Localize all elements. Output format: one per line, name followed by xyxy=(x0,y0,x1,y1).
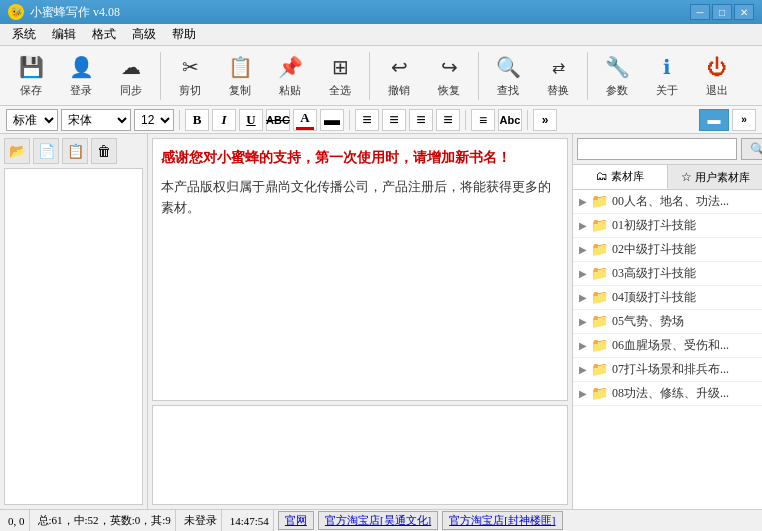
tree-label-1: 01初级打斗技能 xyxy=(612,217,696,234)
about-button[interactable]: ℹ 关于 xyxy=(644,50,690,102)
find-button[interactable]: 🔍 查找 xyxy=(485,50,531,102)
login-button[interactable]: 👤 登录 xyxy=(58,50,104,102)
search-input[interactable] xyxy=(577,138,737,160)
format-separator-4 xyxy=(527,110,528,130)
more-format-button[interactable]: » xyxy=(533,109,557,131)
save-label: 保存 xyxy=(20,83,42,98)
tab-user-label: 用户素材库 xyxy=(695,170,750,185)
cut-label: 剪切 xyxy=(179,83,201,98)
tree-item-4[interactable]: ▶ 📁 04顶级打斗技能 xyxy=(573,286,762,310)
exit-icon: ⏻ xyxy=(703,53,731,81)
format-separator-3 xyxy=(465,110,466,130)
list-button[interactable]: ≡ xyxy=(471,109,495,131)
font-select[interactable]: 宋体 xyxy=(61,109,131,131)
menu-system[interactable]: 系统 xyxy=(4,24,44,46)
underline-button[interactable]: U xyxy=(239,109,263,131)
tree-item-7[interactable]: ▶ 📁 07打斗场景和排兵布... xyxy=(573,358,762,382)
menu-edit[interactable]: 编辑 xyxy=(44,24,84,46)
find-label: 查找 xyxy=(497,83,519,98)
open-folder-button[interactable]: 📂 xyxy=(4,138,30,164)
italic-button[interactable]: I xyxy=(212,109,236,131)
paste-file-button[interactable]: 📋 xyxy=(62,138,88,164)
copy-icon: 📋 xyxy=(226,53,254,81)
taobao-link-2[interactable]: 官方淘宝店[封神楼匪] xyxy=(442,511,562,530)
select-all-icon: ⊞ xyxy=(326,53,354,81)
new-file-button[interactable]: 📄 xyxy=(33,138,59,164)
close-button[interactable]: ✕ xyxy=(734,4,754,20)
minimize-button[interactable]: ─ xyxy=(690,4,710,20)
folder-icon-0: 📁 xyxy=(591,193,608,210)
replace-icon: ⇄ xyxy=(544,53,572,81)
menu-help[interactable]: 帮助 xyxy=(164,24,204,46)
params-label: 参数 xyxy=(606,83,628,98)
login-label: 登录 xyxy=(70,83,92,98)
title-bar-left: 🐝 小蜜蜂写作 v4.08 xyxy=(8,4,120,21)
delete-file-button[interactable]: 🗑 xyxy=(91,138,117,164)
paste-button[interactable]: 📌 粘贴 xyxy=(267,50,313,102)
strikethrough-button[interactable]: ABC xyxy=(266,109,290,131)
toolbar: 💾 保存 👤 登录 ☁ 同步 ✂ 剪切 📋 复制 📌 粘贴 ⊞ 全选 ↩ 撤销 … xyxy=(0,46,762,106)
redo-button[interactable]: ↪ 恢复 xyxy=(426,50,472,102)
left-panel-toolbar: 📂 📄 📋 🗑 xyxy=(4,138,143,164)
official-website-link[interactable]: 官网 xyxy=(278,511,314,530)
tree-item-5[interactable]: ▶ 📁 05气势、势场 xyxy=(573,310,762,334)
total-label: 总:61 xyxy=(38,513,63,528)
tree-item-6[interactable]: ▶ 📁 06血腥场景、受伤和... xyxy=(573,334,762,358)
select-all-button[interactable]: ⊞ 全选 xyxy=(317,50,363,102)
tree-item-3[interactable]: ▶ 📁 03高级打斗技能 xyxy=(573,262,762,286)
copy-button[interactable]: 📋 复制 xyxy=(217,50,263,102)
star-icon: ☆ xyxy=(681,170,692,185)
save-button[interactable]: 💾 保存 xyxy=(8,50,54,102)
undo-icon: ↩ xyxy=(385,53,413,81)
lower-editor[interactable] xyxy=(152,405,568,505)
taobao-link-1[interactable]: 官方淘宝店[昊通文化] xyxy=(318,511,438,530)
bold-button[interactable]: B xyxy=(185,109,209,131)
tab-user-material[interactable]: ☆ 用户素材库 xyxy=(668,165,762,189)
editor-body: 本产品版权归属于鼎尚文化传播公司，产品注册后，将能获得更多的素材。 xyxy=(161,177,559,219)
font-color-button[interactable]: A xyxy=(293,109,317,131)
editor-area[interactable]: 感谢您对小蜜蜂的支持，第一次使用时，请增加新书名！ 本产品版权归属于鼎尚文化传播… xyxy=(152,138,568,401)
search-button[interactable]: 🔍 搜索 xyxy=(741,138,762,160)
align-left-button[interactable]: ≡ xyxy=(355,109,379,131)
tree-item-2[interactable]: ▶ 📁 02中级打斗技能 xyxy=(573,238,762,262)
undo-label: 撤销 xyxy=(388,83,410,98)
cut-button[interactable]: ✂ 剪切 xyxy=(167,50,213,102)
status-bar: 0, 0 总:61， 中:52， 英数:0， 其:9 未登录 14:47:54 … xyxy=(0,509,762,531)
abc-button[interactable]: Abc xyxy=(498,109,522,131)
menu-format[interactable]: 格式 xyxy=(84,24,124,46)
tree-item-0[interactable]: ▶ 📁 00人名、地名、功法... xyxy=(573,190,762,214)
maximize-button[interactable]: □ xyxy=(712,4,732,20)
more-view-button[interactable]: » xyxy=(732,109,756,131)
highlight-button[interactable]: ▬ xyxy=(320,109,344,131)
arrow-icon-6: ▶ xyxy=(579,340,587,351)
menu-advanced[interactable]: 高级 xyxy=(124,24,164,46)
replace-label: 替换 xyxy=(547,83,569,98)
arrow-icon-8: ▶ xyxy=(579,388,587,399)
tab-material-library[interactable]: 🗂 素材库 xyxy=(573,165,668,189)
arrow-icon-4: ▶ xyxy=(579,292,587,303)
tree-item-8[interactable]: ▶ 📁 08功法、修练、升级... xyxy=(573,382,762,406)
sync-button[interactable]: ☁ 同步 xyxy=(108,50,154,102)
title-bar: 🐝 小蜜蜂写作 v4.08 ─ □ ✕ xyxy=(0,0,762,24)
format-separator-2 xyxy=(349,110,350,130)
size-select[interactable]: 12 xyxy=(134,109,174,131)
align-justify-button[interactable]: ≡ xyxy=(436,109,460,131)
style-select[interactable]: 标准 xyxy=(6,109,58,131)
tree-label-4: 04顶级打斗技能 xyxy=(612,289,696,306)
exit-button[interactable]: ⏻ 退出 xyxy=(694,50,740,102)
folder-icon-3: 📁 xyxy=(591,265,608,282)
align-right-button[interactable]: ≡ xyxy=(409,109,433,131)
undo-button[interactable]: ↩ 撤销 xyxy=(376,50,422,102)
params-button[interactable]: 🔧 参数 xyxy=(594,50,640,102)
about-icon: ℹ xyxy=(653,53,681,81)
toolbar-separator-1 xyxy=(160,52,161,100)
app-title: 小蜜蜂写作 v4.08 xyxy=(30,4,120,21)
view-toggle-button[interactable]: ▬ xyxy=(699,109,729,131)
align-center-button[interactable]: ≡ xyxy=(382,109,406,131)
tree-label-8: 08功法、修练、升级... xyxy=(612,385,729,402)
login-icon: 👤 xyxy=(67,53,95,81)
tree-label-5: 05气势、势场 xyxy=(612,313,684,330)
tree-item-1[interactable]: ▶ 📁 01初级打斗技能 xyxy=(573,214,762,238)
replace-button[interactable]: ⇄ 替换 xyxy=(535,50,581,102)
right-tabs: 🗂 素材库 ☆ 用户素材库 xyxy=(573,165,762,190)
